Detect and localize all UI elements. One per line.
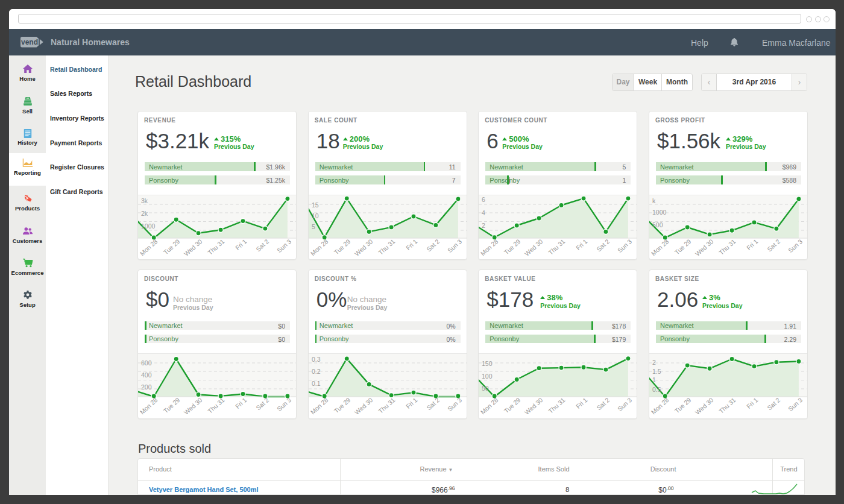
svg-text:Sat 2: Sat 2: [766, 237, 781, 252]
svg-text:Fri 1: Fri 1: [234, 396, 248, 410]
svg-text:Sat 2: Sat 2: [425, 237, 441, 252]
svg-text:Wed 30: Wed 30: [183, 396, 204, 416]
svg-text:0.2: 0.2: [312, 368, 321, 375]
svg-text:Sat 2: Sat 2: [595, 396, 611, 411]
svg-text:Sun 3: Sun 3: [616, 396, 634, 412]
svg-text:Tue 29: Tue 29: [673, 396, 692, 415]
svg-text:Fri 1: Fri 1: [234, 237, 248, 251]
svg-text:Fri 1: Fri 1: [404, 237, 418, 251]
svg-text:2: 2: [652, 359, 656, 366]
svg-text:Fri 1: Fri 1: [575, 396, 589, 410]
svg-text:k: k: [652, 197, 656, 204]
svg-text:Wed 30: Wed 30: [694, 396, 715, 416]
svg-text:Tue 29: Tue 29: [162, 237, 181, 256]
svg-text:Sat 2: Sat 2: [595, 237, 611, 252]
svg-text:Tue 29: Tue 29: [332, 237, 351, 256]
svg-text:Sun 3: Sun 3: [787, 396, 804, 412]
svg-text:Thu 31: Thu 31: [717, 396, 737, 415]
svg-text:Fri 1: Fri 1: [745, 237, 760, 251]
svg-text:Wed 30: Wed 30: [523, 396, 544, 416]
svg-text:Mon 28: Mon 28: [138, 396, 159, 415]
svg-text:600: 600: [141, 359, 152, 367]
svg-text:Sun 3: Sun 3: [787, 237, 804, 253]
svg-text:Fri 1: Fri 1: [745, 396, 760, 410]
svg-text:Thu 31: Thu 31: [377, 396, 396, 415]
svg-text:0.1: 0.1: [312, 380, 321, 387]
svg-text:200: 200: [141, 383, 152, 391]
svg-text:10: 10: [312, 212, 319, 219]
svg-text:Sat 2: Sat 2: [766, 396, 781, 411]
svg-text:Thu 31: Thu 31: [547, 237, 566, 256]
svg-text:400: 400: [141, 371, 152, 379]
svg-text:50: 50: [482, 385, 489, 392]
svg-text:Sun 3: Sun 3: [446, 237, 463, 253]
svg-text:Wed 30: Wed 30: [523, 237, 544, 257]
svg-text:5: 5: [312, 222, 315, 230]
svg-text:Mon 28: Mon 28: [649, 396, 670, 415]
svg-text:Tue 29: Tue 29: [503, 396, 522, 415]
svg-text:Mon 28: Mon 28: [649, 237, 670, 256]
svg-text:Thu 31: Thu 31: [206, 396, 225, 415]
svg-text:150: 150: [482, 360, 493, 367]
svg-text:Wed 30: Wed 30: [353, 396, 374, 416]
svg-text:Mon 28: Mon 28: [138, 237, 159, 256]
svg-text:Tue 29: Tue 29: [673, 237, 692, 256]
svg-text:100: 100: [482, 373, 493, 380]
svg-text:1000: 1000: [652, 209, 667, 216]
svg-text:1000: 1000: [141, 222, 156, 229]
svg-text:500: 500: [652, 221, 663, 228]
svg-text:6: 6: [482, 195, 485, 203]
svg-text:Tue 29: Tue 29: [332, 396, 351, 415]
svg-text:Sat 2: Sat 2: [254, 396, 270, 411]
svg-text:1.5: 1.5: [652, 368, 661, 375]
svg-text:Mon 28: Mon 28: [479, 396, 500, 415]
svg-text:Thu 31: Thu 31: [717, 237, 737, 256]
svg-text:Thu 31: Thu 31: [206, 237, 225, 256]
svg-text:1: 1: [652, 376, 656, 383]
svg-text:Tue 29: Tue 29: [503, 237, 522, 256]
svg-text:2: 2: [482, 221, 485, 228]
svg-text:Mon 28: Mon 28: [309, 396, 329, 415]
svg-text:Sun 3: Sun 3: [616, 237, 634, 253]
svg-text:15: 15: [312, 201, 319, 208]
svg-text:Sat 2: Sat 2: [254, 237, 270, 252]
svg-text:Thu 31: Thu 31: [377, 237, 396, 256]
svg-text:Tue 29: Tue 29: [162, 396, 181, 415]
svg-text:Sun 3: Sun 3: [276, 396, 293, 412]
svg-text:Sun 3: Sun 3: [276, 237, 293, 253]
svg-text:Wed 30: Wed 30: [694, 237, 715, 257]
svg-text:0.3: 0.3: [312, 356, 321, 363]
svg-text:Mon 28: Mon 28: [309, 237, 329, 256]
svg-text:Thu 31: Thu 31: [547, 396, 566, 415]
svg-text:vend: vend: [21, 38, 38, 46]
svg-text:Fri 1: Fri 1: [575, 237, 589, 251]
svg-text:Wed 30: Wed 30: [183, 237, 204, 257]
svg-text:Sat 2: Sat 2: [425, 396, 441, 411]
svg-text:4: 4: [482, 209, 485, 216]
svg-text:Sun 3: Sun 3: [446, 396, 463, 412]
svg-text:Mon 28: Mon 28: [479, 237, 500, 256]
svg-text:Fri 1: Fri 1: [404, 396, 418, 410]
svg-text:0.5: 0.5: [652, 386, 661, 393]
svg-text:2k: 2k: [141, 210, 148, 217]
svg-text:Wed 30: Wed 30: [353, 237, 374, 257]
svg-text:3k: 3k: [141, 197, 148, 204]
